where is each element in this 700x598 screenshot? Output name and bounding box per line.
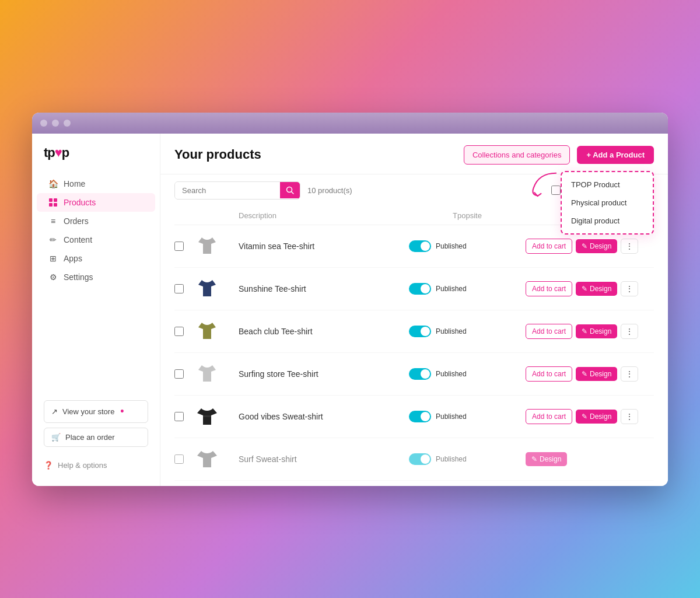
external-link-icon: ↗ xyxy=(51,407,58,416)
dropdown-item-tpop[interactable]: TPOP Product xyxy=(562,176,653,194)
row-2-name: Sunshine Tee-shirt xyxy=(239,284,409,293)
svg-line-5 xyxy=(292,192,294,194)
sidebar-item-home[interactable]: 🏠 Home xyxy=(37,174,155,193)
row-4-name: Surfing store Tee-shirt xyxy=(239,369,409,379)
help-icon: ❓ xyxy=(44,461,53,470)
row-2-toggle-container: Published xyxy=(409,283,526,295)
view-store-button[interactable]: ↗ View your store • xyxy=(44,400,148,423)
row-4-actions: Add to cart ✎ Design ⋮ xyxy=(526,366,654,382)
row-4-design-button[interactable]: ✎ Design xyxy=(576,367,617,381)
apps-icon: ⊞ xyxy=(48,254,58,263)
row-4-design-label: Design xyxy=(590,370,611,378)
sidebar-item-settings[interactable]: ⚙ Settings xyxy=(37,268,155,286)
titlebar-dot-3 xyxy=(64,120,71,127)
row-4-more-button[interactable]: ⋮ xyxy=(621,366,638,382)
sidebar-item-orders[interactable]: ≡ Orders xyxy=(37,212,155,230)
row-5-toggle[interactable] xyxy=(409,411,431,422)
orders-icon: ≡ xyxy=(48,216,58,226)
row-1-design-button[interactable]: ✎ Design xyxy=(576,239,617,253)
row-3-toggle-container: Published xyxy=(409,326,526,337)
row-5-design-button[interactable]: ✎ Design xyxy=(576,410,617,424)
row-6-checkbox[interactable] xyxy=(174,454,184,464)
row-4-add-to-cart[interactable]: Add to cart xyxy=(526,366,572,382)
table-row: Surf Sweat-shirt Published ✎ Design xyxy=(174,438,654,481)
edit-icon-1: ✎ xyxy=(582,242,587,250)
row-2-more-button[interactable]: ⋮ xyxy=(621,281,638,296)
row-3-toggle[interactable] xyxy=(409,326,431,337)
collections-button[interactable]: Collections and categories xyxy=(464,145,570,165)
row-2-status: Published xyxy=(436,285,467,293)
row-5-more-button[interactable]: ⋮ xyxy=(621,409,638,424)
edit-icon-6: ✎ xyxy=(531,455,537,463)
row-1-toggle[interactable] xyxy=(409,240,431,252)
row-1-name: Vitamin sea Tee-shirt xyxy=(239,242,409,251)
row-3-design-button[interactable]: ✎ Design xyxy=(576,324,617,338)
row-2-design-button[interactable]: ✎ Design xyxy=(576,282,617,296)
help-options-button[interactable]: ❓ Help & options xyxy=(44,456,148,474)
row-5-toggle-container: Published xyxy=(409,411,526,422)
sidebar-item-products[interactable]: Products xyxy=(37,193,155,212)
row-3-add-to-cart[interactable]: Add to cart xyxy=(526,324,572,339)
row-3-thumbnail xyxy=(192,316,222,347)
header-actions: Collections and categories + Add a Produ… xyxy=(464,145,654,165)
row-2-add-to-cart[interactable]: Add to cart xyxy=(526,281,572,296)
logo: tp♥p xyxy=(32,145,160,174)
search-input[interactable] xyxy=(175,182,280,199)
row-6-thumbnail xyxy=(192,444,222,474)
sidebar-bottom: ↗ View your store • 🛒 Place an order ❓ H… xyxy=(32,400,160,474)
row-4-toggle[interactable] xyxy=(409,368,431,380)
row-5-design-label: Design xyxy=(590,412,611,421)
tshirt-icon-1 xyxy=(194,233,220,260)
row-1-add-to-cart[interactable]: Add to cart xyxy=(526,239,572,254)
row-1-checkbox[interactable] xyxy=(174,242,184,251)
row-1-actions: Add to cart ✎ Design ⋮ xyxy=(526,239,654,254)
sidebar-item-settings-label: Settings xyxy=(64,272,93,282)
row-5-name: Good vibes Sweat-shirt xyxy=(239,412,409,421)
edit-icon-3: ✎ xyxy=(582,327,587,335)
place-order-button[interactable]: 🛒 Place an order xyxy=(44,428,148,447)
view-store-label: View your store xyxy=(62,407,114,416)
place-order-label: Place an order xyxy=(65,433,115,442)
row-6-design-button[interactable]: ✎ Design xyxy=(526,452,567,466)
row-6-name: Surf Sweat-shirt xyxy=(239,454,409,464)
main-content: Your products Collections and categories… xyxy=(160,134,668,486)
table-row: Good vibes Sweat-shirt Published Add to … xyxy=(174,396,654,438)
row-4-checkbox[interactable] xyxy=(174,369,184,379)
row-5-thumbnail xyxy=(192,401,222,432)
row-3-name: Beach club Tee-shirt xyxy=(239,327,409,336)
help-label: Help & options xyxy=(58,461,107,470)
dropdown-item-physical[interactable]: Physical product xyxy=(562,194,653,212)
row-4-status: Published xyxy=(436,370,467,378)
sidebar-item-apps[interactable]: ⊞ Apps xyxy=(37,249,155,268)
dropdown-item-digital[interactable]: Digital product xyxy=(562,212,653,230)
row-6-toggle[interactable] xyxy=(409,453,431,465)
row-5-actions: Add to cart ✎ Design ⋮ xyxy=(526,409,654,424)
row-2-checkbox[interactable] xyxy=(174,284,184,293)
row-1-more-button[interactable]: ⋮ xyxy=(621,239,638,254)
row-3-design-label: Design xyxy=(590,327,611,335)
home-icon: 🏠 xyxy=(48,179,58,188)
row-4-thumbnail xyxy=(192,359,222,389)
row-4-toggle-container: Published xyxy=(409,368,526,380)
svg-rect-3 xyxy=(54,203,57,207)
titlebar xyxy=(32,113,668,134)
row-3-checkbox[interactable] xyxy=(174,327,184,336)
row-6-design-label: Design xyxy=(540,455,561,463)
row-5-add-to-cart[interactable]: Add to cart xyxy=(526,409,572,424)
products-table: Description Tpopsite Edit Vitamin sea Te… xyxy=(160,207,668,486)
sidebar-item-content[interactable]: ✏ Content xyxy=(37,230,155,249)
products-icon xyxy=(48,198,58,207)
row-3-more-button[interactable]: ⋮ xyxy=(621,324,638,339)
row-6-toggle-container: Published xyxy=(409,453,526,465)
row-1-thumbnail xyxy=(192,231,222,261)
select-all-checkbox[interactable] xyxy=(551,186,561,195)
add-product-button[interactable]: + Add a Product xyxy=(577,146,654,164)
row-2-design-label: Design xyxy=(590,285,611,293)
svg-rect-0 xyxy=(49,198,52,202)
view-store-dot: • xyxy=(120,405,124,418)
table-row: Surfing store Tee-shirt Published Add to… xyxy=(174,353,654,396)
search-button[interactable] xyxy=(280,182,300,198)
product-count: 10 product(s) xyxy=(307,186,352,195)
row-5-checkbox[interactable] xyxy=(174,412,184,421)
row-2-toggle[interactable] xyxy=(409,283,431,295)
